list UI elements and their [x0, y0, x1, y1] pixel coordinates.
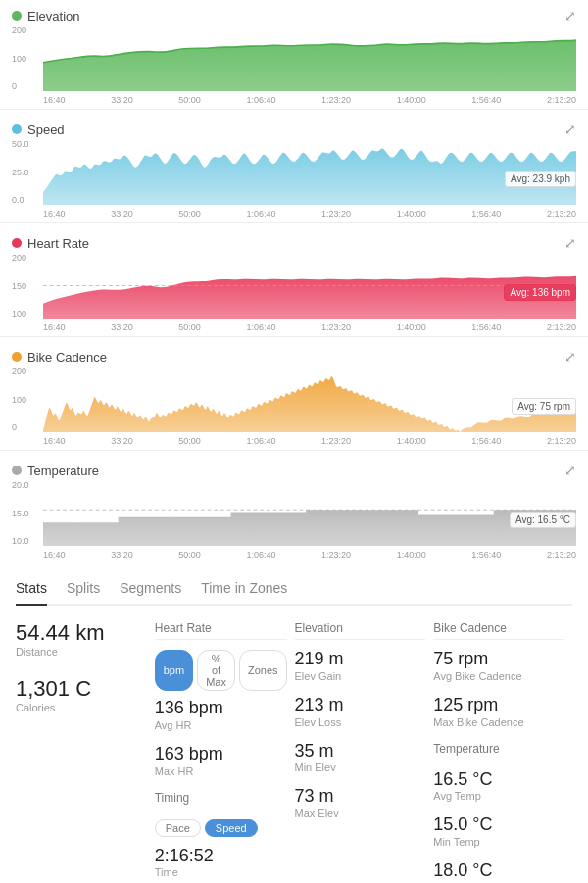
stats-section: Stats Splits Segments Time in Zones 54.4…: [0, 568, 588, 883]
tab-splits[interactable]: Splits: [67, 580, 100, 606]
temperature-chart-block: Temperature ⤢ 20.0 15.0 10.0: [0, 455, 588, 564]
elev-loss-label: Elev Loss: [295, 716, 426, 728]
max-elev-label: Max Elev: [295, 808, 426, 819]
max-cadence-value: 125 rpm: [433, 696, 564, 715]
cadence-chart-title: Bike Cadence: [12, 350, 107, 365]
charts-section: Elevation ⤢ 200 100 0: [0, 0, 588, 564]
max-elev-stat: 73 m Max Elev: [295, 787, 426, 819]
elev-gain-label: Elev Gain: [295, 670, 426, 682]
time-value: 2:16:52: [155, 847, 287, 866]
speed-avg-badge: Avg: 23.9 kph: [505, 171, 576, 187]
max-hr-label: Max HR: [155, 765, 287, 777]
temperature-chart-title: Temperature: [12, 464, 99, 478]
elevation-section-title: Elevation: [295, 621, 426, 640]
heartrate-avg-badge: Avg: 136 bpm: [504, 284, 576, 301]
time-label: Time: [155, 866, 287, 878]
elev-loss-stat: 213 m Elev Loss: [295, 696, 426, 728]
elevation-expand-icon[interactable]: ⤢: [564, 8, 576, 24]
stats-tabs: Stats Splits Segments Time in Zones: [16, 580, 572, 606]
avg-temp-value: 16.5 °C: [433, 770, 564, 790]
avg-hr-value: 136 bpm: [155, 699, 287, 718]
temperature-avg-badge: Avg: 16.5 °C: [510, 512, 576, 528]
stats-grid: 54.44 km Distance 1,301 C Calories Heart…: [16, 621, 572, 883]
distance-stat: 54.44 km Distance: [16, 621, 147, 658]
bpm-toggle: bpm % of Max Zones: [155, 650, 287, 691]
stats-col-1: 54.44 km Distance 1,301 C Calories: [16, 621, 155, 883]
heartrate-section-title: Heart Rate: [155, 621, 287, 640]
avg-hr-stat: 136 bpm Avg HR: [155, 699, 287, 731]
avg-cadence-label: Avg Bike Cadence: [433, 670, 564, 682]
pace-btn[interactable]: Pace: [155, 819, 201, 837]
distance-label: Distance: [16, 646, 147, 658]
cadence-canvas: Avg: 75 rpm: [43, 367, 576, 432]
bpm-btn-zones[interactable]: Zones: [239, 650, 287, 691]
cadence-section-title: Bike Cadence: [433, 621, 564, 640]
speed-chart-block: Speed ⤢ 50.0 25.0 0.0: [0, 114, 588, 223]
max-hr-stat: 163 bpm Max HR: [155, 745, 287, 777]
temperature-dot: [12, 466, 22, 475]
heartrate-label: Heart Rate: [27, 236, 89, 251]
avg-temp-stat: 16.5 °C Avg Temp: [433, 770, 564, 803]
elev-gain-stat: 219 m Elev Gain: [295, 650, 426, 682]
tab-time-in-zones[interactable]: Time in Zones: [201, 580, 287, 606]
avg-hr-label: Avg HR: [155, 719, 287, 731]
time-stat: 2:16:52 Time: [155, 847, 287, 879]
heartrate-y-labels: 200 150 100: [12, 253, 43, 319]
cadence-x-labels: 16:40 33:20 50:00 1:06:40 1:23:20 1:40:0…: [43, 432, 576, 450]
heartrate-chart-block: Heart Rate ⤢ 200 150 100: [0, 227, 588, 337]
min-elev-value: 35 m: [295, 742, 426, 761]
cadence-expand-icon[interactable]: ⤢: [564, 349, 576, 365]
avg-cadence-value: 75 rpm: [433, 650, 564, 669]
stats-col-4: Bike Cadence 75 rpm Avg Bike Cadence 125…: [433, 621, 572, 883]
temperature-canvas: Avg: 16.5 °C: [43, 480, 576, 546]
speed-y-labels: 50.0 25.0 0.0: [12, 139, 43, 205]
speed-dot: [12, 124, 22, 134]
min-elev-label: Min Elev: [295, 761, 426, 773]
max-temp-value: 18.0 °C: [433, 861, 564, 881]
min-temp-label: Min Temp: [433, 836, 564, 848]
elevation-dot: [12, 11, 22, 21]
avg-temp-label: Avg Temp: [433, 790, 564, 802]
min-temp-stat: 15.0 °C Min Temp: [433, 815, 564, 848]
cadence-chart-block: Bike Cadence ⤢ 200 100 0: [0, 341, 588, 451]
temperature-expand-icon[interactable]: ⤢: [564, 463, 576, 478]
temperature-label: Temperature: [27, 464, 99, 478]
elevation-label: Elevation: [27, 9, 79, 24]
temperature-y-labels: 20.0 15.0 10.0: [12, 480, 43, 546]
stats-col-2: Heart Rate bpm % of Max Zones 136 bpm Av…: [155, 621, 295, 883]
min-temp-value: 15.0 °C: [433, 815, 564, 835]
elevation-chart-block: Elevation ⤢ 200 100 0: [0, 0, 588, 110]
cadence-y-labels: 200 100 0: [12, 367, 43, 432]
cadence-label: Bike Cadence: [27, 350, 107, 365]
elevation-chart-title: Elevation: [12, 9, 79, 24]
max-cadence-label: Max Bike Cadence: [433, 716, 564, 728]
timing-section-title: Timing: [155, 791, 287, 809]
avg-cadence-stat: 75 rpm Avg Bike Cadence: [433, 650, 564, 682]
elevation-y-labels: 200 100 0: [12, 25, 43, 91]
heartrate-x-labels: 16:40 33:20 50:00 1:06:40 1:23:20 1:40:0…: [43, 319, 576, 336]
tab-stats[interactable]: Stats: [16, 580, 47, 606]
speed-expand-icon[interactable]: ⤢: [564, 122, 576, 137]
distance-value: 54.44 km: [16, 621, 147, 645]
speed-btn[interactable]: Speed: [205, 819, 258, 837]
temperature-x-labels: 16:40 33:20 50:00 1:06:40 1:23:20 1:40:0…: [43, 546, 576, 564]
calories-stat: 1,301 C Calories: [16, 677, 147, 713]
elev-loss-value: 213 m: [295, 696, 426, 715]
calories-value: 1,301 C: [16, 677, 147, 701]
bpm-btn-pct[interactable]: % of Max: [197, 650, 235, 691]
heartrate-canvas: Avg: 136 bpm: [43, 253, 576, 319]
calories-label: Calories: [16, 702, 147, 713]
cadence-avg-badge: Avg: 75 rpm: [512, 398, 576, 415]
speed-canvas: Avg: 23.9 kph: [43, 139, 576, 205]
speed-label: Speed: [27, 123, 65, 137]
elevation-canvas: [43, 25, 576, 91]
heartrate-chart-title: Heart Rate: [12, 236, 89, 251]
min-elev-stat: 35 m Min Elev: [295, 742, 426, 774]
heartrate-expand-icon[interactable]: ⤢: [564, 235, 576, 251]
tab-segments[interactable]: Segments: [120, 580, 181, 606]
bpm-btn-bpm[interactable]: bpm: [155, 650, 193, 691]
elevation-x-labels: 16:40 33:20 50:00 1:06:40 1:23:20 1:40:0…: [43, 91, 576, 109]
heartrate-dot: [12, 238, 22, 248]
max-temp-stat: 18.0 °C Max Temp: [433, 861, 564, 883]
stats-col-3: Elevation 219 m Elev Gain 213 m Elev Los…: [295, 621, 434, 883]
